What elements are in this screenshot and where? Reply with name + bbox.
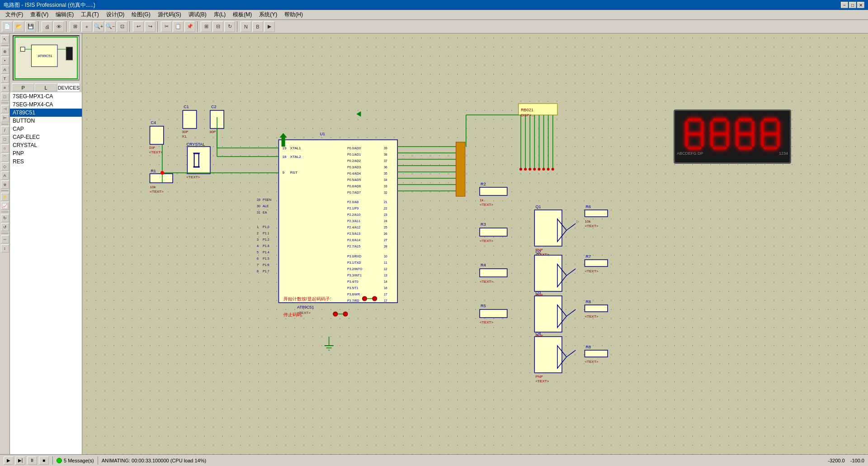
menu-item[interactable]: 模板(M) bbox=[229, 10, 255, 19]
zoom-fit-button[interactable]: ⊡ bbox=[117, 21, 127, 32]
menu-item[interactable]: 库(L) bbox=[210, 10, 230, 19]
menu-item[interactable]: 设计(D) bbox=[103, 10, 128, 19]
component-tool[interactable]: ⊕ bbox=[1, 48, 9, 56]
menu-item[interactable]: 文件(F) bbox=[2, 10, 27, 19]
2d-arc-tool[interactable]: ⌒ bbox=[1, 153, 9, 162]
open-button[interactable]: 📂 bbox=[14, 21, 24, 32]
paste-button[interactable]: 📌 bbox=[184, 21, 195, 32]
undo-button[interactable]: ↩ bbox=[133, 21, 144, 32]
step-button[interactable]: ▶| bbox=[15, 456, 25, 465]
zoom-out-button[interactable]: 🔍− bbox=[105, 21, 116, 32]
svg-text:▷: ▷ bbox=[576, 219, 580, 223]
junction-tool[interactable]: • bbox=[1, 57, 9, 65]
svg-text:P2.5/A13: P2.5/A13 bbox=[347, 232, 360, 235]
origin-button[interactable]: + bbox=[81, 21, 92, 32]
bus-tool[interactable]: ≡ bbox=[1, 84, 9, 92]
block-move-button[interactable]: ⊟ bbox=[212, 21, 223, 32]
copy-button[interactable]: 📋 bbox=[173, 21, 184, 32]
device-pnp[interactable]: PNP bbox=[10, 149, 82, 157]
netlist-button[interactable]: N bbox=[241, 21, 251, 32]
menu-item[interactable]: 查看(V) bbox=[27, 10, 52, 19]
device-button[interactable]: BUTTON bbox=[10, 117, 82, 125]
text-tool[interactable]: T bbox=[1, 75, 9, 83]
tab-devices[interactable]: DEVICES bbox=[57, 83, 80, 91]
2d-circle-tool[interactable]: ○ bbox=[1, 144, 9, 152]
menu-item[interactable]: 工具(T) bbox=[77, 10, 102, 19]
device-at89c51[interactable]: AT89C51 bbox=[10, 109, 82, 117]
menu-item[interactable]: 调试(B) bbox=[185, 10, 210, 19]
cut-button[interactable]: ✂ bbox=[161, 21, 172, 32]
rotate-ccw[interactable]: ↺ bbox=[1, 223, 9, 231]
print-preview-button[interactable]: 👁 bbox=[53, 21, 64, 32]
close-button[interactable]: ✕ bbox=[857, 2, 864, 8]
seg-a-1 bbox=[688, 119, 701, 121]
redo-button[interactable]: ↪ bbox=[145, 21, 156, 32]
menu-item[interactable]: 系统(Y) bbox=[255, 10, 281, 19]
2d-path-tool[interactable]: ◇ bbox=[1, 162, 9, 171]
tab-p[interactable]: P bbox=[12, 83, 34, 91]
zoom-in-button[interactable]: 🔍+ bbox=[93, 21, 104, 32]
minimize-button[interactable]: − bbox=[841, 2, 848, 8]
svg-text:P1.3: P1.3 bbox=[263, 244, 269, 247]
pause-button[interactable]: ⏸ bbox=[27, 456, 37, 465]
play-button[interactable]: ▶ bbox=[4, 456, 14, 465]
print-button[interactable]: 🖨 bbox=[42, 21, 52, 32]
block-rotate-button[interactable]: ↻ bbox=[224, 21, 235, 32]
device-crystal[interactable]: CRYSTAL bbox=[10, 141, 82, 149]
device-cap[interactable]: CAP bbox=[10, 125, 82, 133]
svg-rect-30 bbox=[279, 140, 398, 303]
device-pin-tool[interactable]: ⊢ bbox=[1, 114, 9, 122]
tab-l[interactable]: L bbox=[34, 83, 57, 91]
save-button[interactable]: 💾 bbox=[25, 21, 36, 32]
seg-digits-row bbox=[684, 118, 781, 150]
svg-text:PNP: PNP bbox=[535, 375, 543, 379]
new-button[interactable]: 📄 bbox=[2, 21, 13, 32]
grid-button[interactable]: ⊞ bbox=[70, 21, 80, 32]
svg-text:<TEXT>: <TEXT> bbox=[186, 175, 200, 179]
svg-point-201 bbox=[373, 296, 377, 301]
device-cap-elec[interactable]: CAP-ELEC bbox=[10, 133, 82, 141]
svg-rect-169 bbox=[585, 260, 608, 266]
svg-text:10k: 10k bbox=[150, 185, 156, 189]
svg-text:P1.1: P1.1 bbox=[263, 232, 269, 235]
svg-text:P3.0/RXD: P3.0/RXD bbox=[347, 255, 361, 258]
graph-tool[interactable]: 📈 bbox=[1, 202, 9, 210]
seg-b-1 bbox=[701, 121, 703, 134]
svg-text:CRYSTAL: CRYSTAL bbox=[186, 142, 205, 147]
canvas-area[interactable]: C1 30P X1 C2 30P CRYSTAL <TEXT> C4 10F <… bbox=[82, 33, 868, 454]
svg-rect-26 bbox=[150, 174, 173, 183]
seg-abcdefg-label: ABCDEFG DP bbox=[677, 151, 703, 156]
coord-display: -3200.0 -100.0 bbox=[828, 458, 864, 463]
rotate-cw[interactable]: ↻ bbox=[1, 214, 9, 222]
2d-line-tool[interactable]: / bbox=[1, 126, 9, 134]
preview-svg: AT89C51 bbox=[14, 36, 79, 80]
sub-circuit-tool[interactable]: □ bbox=[1, 93, 9, 101]
menu-item[interactable]: 绘图(G) bbox=[128, 10, 154, 19]
wire-label-tool[interactable]: A bbox=[1, 66, 9, 74]
simulate-button[interactable]: ▶ bbox=[264, 21, 275, 32]
terminal-tool[interactable]: ⊣ bbox=[1, 105, 9, 113]
2d-symbol-tool[interactable]: ※ bbox=[1, 181, 9, 189]
menu-item[interactable]: 源代码(S) bbox=[154, 10, 185, 19]
device-7seg-mpx4[interactable]: 7SEG-MPX4-CA bbox=[10, 100, 82, 109]
block-copy-button[interactable]: ⊞ bbox=[201, 21, 212, 32]
bom-button[interactable]: B bbox=[252, 21, 263, 32]
svg-text:U1: U1 bbox=[320, 132, 325, 136]
svg-text:1k: 1k bbox=[480, 198, 484, 202]
stop-button[interactable]: ■ bbox=[39, 456, 49, 465]
2d-text-tool[interactable]: A bbox=[1, 171, 9, 180]
menu-item[interactable]: 帮助(H) bbox=[281, 10, 307, 19]
select-tool[interactable]: ↖ bbox=[1, 35, 9, 43]
svg-line-158 bbox=[566, 309, 576, 316]
svg-text:P2.1/P9: P2.1/P9 bbox=[347, 207, 359, 210]
mirror-x[interactable]: ↔ bbox=[1, 235, 9, 243]
mirror-y[interactable]: ↕ bbox=[1, 244, 9, 252]
probe-tool[interactable]: ⚡ bbox=[1, 193, 9, 201]
maximize-button[interactable]: □ bbox=[849, 2, 856, 8]
device-7seg-mpx1[interactable]: 7SEG-MPX1-CA bbox=[10, 92, 82, 100]
svg-text:P1.7: P1.7 bbox=[263, 270, 269, 273]
menu-item[interactable]: 编辑(E) bbox=[52, 10, 77, 19]
device-res[interactable]: RES bbox=[10, 157, 82, 166]
2d-box-tool[interactable]: □ bbox=[1, 135, 9, 143]
seg-e-1 bbox=[685, 134, 688, 147]
